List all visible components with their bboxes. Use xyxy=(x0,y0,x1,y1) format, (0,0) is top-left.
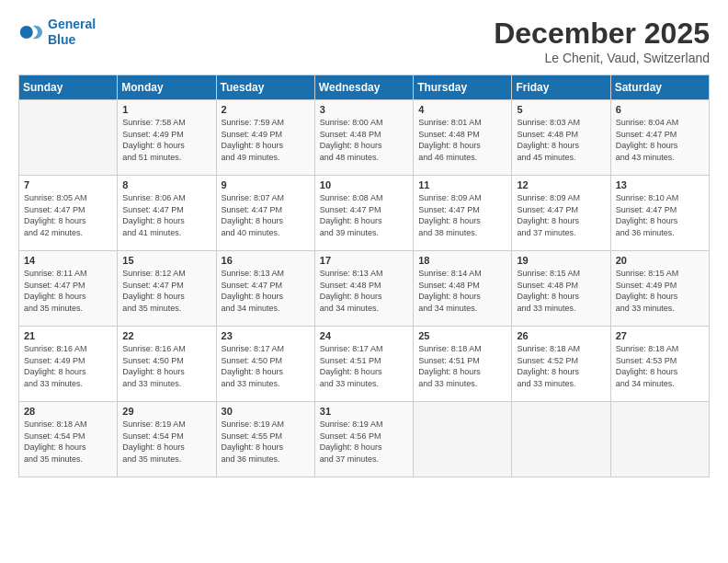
day-number: 4 xyxy=(418,104,506,115)
day-number: 14 xyxy=(24,255,112,266)
day-info: Sunrise: 8:07 AMSunset: 4:47 PMDaylight:… xyxy=(222,192,310,238)
logo: General Blue xyxy=(18,17,96,48)
cell-week4-day1: 29Sunrise: 8:19 AMSunset: 4:54 PMDayligh… xyxy=(118,402,216,477)
day-number: 11 xyxy=(418,179,506,190)
cell-week2-day1: 15Sunrise: 8:12 AMSunset: 4:47 PMDayligh… xyxy=(118,251,216,327)
header-day-sunday: Sunday xyxy=(19,75,118,100)
logo-blue: Blue xyxy=(48,32,75,47)
day-number: 24 xyxy=(320,330,408,341)
day-info: Sunrise: 8:16 AMSunset: 4:50 PMDaylight:… xyxy=(122,343,210,389)
cell-week3-day0: 21Sunrise: 8:16 AMSunset: 4:49 PMDayligh… xyxy=(19,327,118,402)
day-info: Sunrise: 8:19 AMSunset: 4:55 PMDaylight:… xyxy=(222,419,310,465)
day-number: 8 xyxy=(122,179,210,190)
cell-week4-day6 xyxy=(610,402,709,477)
day-info: Sunrise: 8:09 AMSunset: 4:47 PMDaylight:… xyxy=(517,192,605,238)
day-number: 2 xyxy=(222,104,310,115)
cell-week4-day5 xyxy=(512,402,610,477)
day-info: Sunrise: 8:18 AMSunset: 4:51 PMDaylight:… xyxy=(418,343,506,389)
day-info: Sunrise: 8:14 AMSunset: 4:48 PMDaylight:… xyxy=(418,268,506,314)
day-info: Sunrise: 8:18 AMSunset: 4:54 PMDaylight:… xyxy=(24,419,112,465)
day-info: Sunrise: 8:00 AMSunset: 4:48 PMDaylight:… xyxy=(320,117,408,163)
day-number: 1 xyxy=(122,104,210,115)
day-number: 23 xyxy=(222,330,310,341)
cell-week3-day1: 22Sunrise: 8:16 AMSunset: 4:50 PMDayligh… xyxy=(118,327,216,402)
cell-week3-day3: 24Sunrise: 8:17 AMSunset: 4:51 PMDayligh… xyxy=(314,327,413,402)
cell-week3-day4: 25Sunrise: 8:18 AMSunset: 4:51 PMDayligh… xyxy=(414,327,512,402)
day-number: 30 xyxy=(222,406,310,417)
day-number: 6 xyxy=(616,104,704,115)
svg-point-0 xyxy=(20,26,33,39)
header-day-thursday: Thursday xyxy=(414,75,512,100)
day-number: 12 xyxy=(517,179,605,190)
day-info: Sunrise: 8:05 AMSunset: 4:47 PMDaylight:… xyxy=(24,192,112,238)
week-row-0: 1Sunrise: 7:58 AMSunset: 4:49 PMDaylight… xyxy=(19,100,710,176)
day-number: 18 xyxy=(418,255,506,266)
week-row-4: 28Sunrise: 8:18 AMSunset: 4:54 PMDayligh… xyxy=(19,402,710,477)
day-info: Sunrise: 8:17 AMSunset: 4:51 PMDaylight:… xyxy=(320,343,408,389)
header-day-monday: Monday xyxy=(118,75,216,100)
cell-week3-day5: 26Sunrise: 8:18 AMSunset: 4:52 PMDayligh… xyxy=(512,327,610,402)
cell-week2-day0: 14Sunrise: 8:11 AMSunset: 4:47 PMDayligh… xyxy=(19,251,118,327)
week-row-3: 21Sunrise: 8:16 AMSunset: 4:49 PMDayligh… xyxy=(19,327,710,402)
day-info: Sunrise: 8:03 AMSunset: 4:48 PMDaylight:… xyxy=(517,117,605,163)
header-day-saturday: Saturday xyxy=(610,75,709,100)
day-number: 7 xyxy=(24,179,112,190)
day-info: Sunrise: 8:19 AMSunset: 4:56 PMDaylight:… xyxy=(320,419,408,465)
day-number: 31 xyxy=(320,406,408,417)
cell-week1-day3: 10Sunrise: 8:08 AMSunset: 4:47 PMDayligh… xyxy=(314,176,413,251)
day-info: Sunrise: 8:06 AMSunset: 4:47 PMDaylight:… xyxy=(122,192,210,238)
day-info: Sunrise: 8:19 AMSunset: 4:54 PMDaylight:… xyxy=(122,419,210,465)
day-info: Sunrise: 8:13 AMSunset: 4:47 PMDaylight:… xyxy=(222,268,310,314)
subtitle: Le Chenit, Vaud, Switzerland xyxy=(494,51,710,65)
cell-week0-day2: 2Sunrise: 7:59 AMSunset: 4:49 PMDaylight… xyxy=(216,100,314,176)
day-number: 27 xyxy=(616,330,704,341)
cell-week0-day0 xyxy=(19,100,118,176)
day-number: 15 xyxy=(122,255,210,266)
cell-week1-day0: 7Sunrise: 8:05 AMSunset: 4:47 PMDaylight… xyxy=(19,176,118,251)
day-info: Sunrise: 8:11 AMSunset: 4:47 PMDaylight:… xyxy=(24,268,112,314)
day-info: Sunrise: 8:12 AMSunset: 4:47 PMDaylight:… xyxy=(122,268,210,314)
cell-week1-day5: 12Sunrise: 8:09 AMSunset: 4:47 PMDayligh… xyxy=(512,176,610,251)
day-number: 3 xyxy=(320,104,408,115)
cell-week3-day6: 27Sunrise: 8:18 AMSunset: 4:53 PMDayligh… xyxy=(610,327,709,402)
day-number: 22 xyxy=(122,330,210,341)
header: General Blue December 2025 Le Chenit, Va… xyxy=(18,17,710,65)
day-info: Sunrise: 8:17 AMSunset: 4:50 PMDaylight:… xyxy=(222,343,310,389)
day-number: 25 xyxy=(418,330,506,341)
cell-week2-day2: 16Sunrise: 8:13 AMSunset: 4:47 PMDayligh… xyxy=(216,251,314,327)
page: General Blue December 2025 Le Chenit, Va… xyxy=(0,0,728,563)
cell-week4-day0: 28Sunrise: 8:18 AMSunset: 4:54 PMDayligh… xyxy=(19,402,118,477)
day-info: Sunrise: 8:10 AMSunset: 4:47 PMDaylight:… xyxy=(616,192,704,238)
day-number: 13 xyxy=(616,179,704,190)
day-info: Sunrise: 8:13 AMSunset: 4:48 PMDaylight:… xyxy=(320,268,408,314)
logo-general: General xyxy=(48,17,96,31)
cell-week0-day5: 5Sunrise: 8:03 AMSunset: 4:48 PMDaylight… xyxy=(512,100,610,176)
day-info: Sunrise: 7:59 AMSunset: 4:49 PMDaylight:… xyxy=(222,117,310,163)
header-row: SundayMondayTuesdayWednesdayThursdayFrid… xyxy=(19,75,710,100)
day-info: Sunrise: 8:15 AMSunset: 4:48 PMDaylight:… xyxy=(517,268,605,314)
day-number: 28 xyxy=(24,406,112,417)
cell-week1-day1: 8Sunrise: 8:06 AMSunset: 4:47 PMDaylight… xyxy=(118,176,216,251)
cell-week0-day3: 3Sunrise: 8:00 AMSunset: 4:48 PMDaylight… xyxy=(314,100,413,176)
week-row-1: 7Sunrise: 8:05 AMSunset: 4:47 PMDaylight… xyxy=(19,176,710,251)
cell-week2-day3: 17Sunrise: 8:13 AMSunset: 4:48 PMDayligh… xyxy=(314,251,413,327)
main-title: December 2025 xyxy=(494,17,710,51)
day-info: Sunrise: 8:01 AMSunset: 4:48 PMDaylight:… xyxy=(418,117,506,163)
day-number: 20 xyxy=(616,255,704,266)
cell-week2-day4: 18Sunrise: 8:14 AMSunset: 4:48 PMDayligh… xyxy=(414,251,512,327)
day-number: 10 xyxy=(320,179,408,190)
day-number: 16 xyxy=(222,255,310,266)
cell-week1-day2: 9Sunrise: 8:07 AMSunset: 4:47 PMDaylight… xyxy=(216,176,314,251)
cell-week3-day2: 23Sunrise: 8:17 AMSunset: 4:50 PMDayligh… xyxy=(216,327,314,402)
day-number: 26 xyxy=(517,330,605,341)
day-info: Sunrise: 8:18 AMSunset: 4:52 PMDaylight:… xyxy=(517,343,605,389)
day-info: Sunrise: 8:04 AMSunset: 4:47 PMDaylight:… xyxy=(616,117,704,163)
cell-week4-day4 xyxy=(414,402,512,477)
cell-week4-day2: 30Sunrise: 8:19 AMSunset: 4:55 PMDayligh… xyxy=(216,402,314,477)
cell-week4-day3: 31Sunrise: 8:19 AMSunset: 4:56 PMDayligh… xyxy=(314,402,413,477)
day-info: Sunrise: 8:16 AMSunset: 4:49 PMDaylight:… xyxy=(24,343,112,389)
day-number: 21 xyxy=(24,330,112,341)
logo-icon xyxy=(18,19,44,45)
cell-week0-day6: 6Sunrise: 8:04 AMSunset: 4:47 PMDaylight… xyxy=(610,100,709,176)
cell-week0-day1: 1Sunrise: 7:58 AMSunset: 4:49 PMDaylight… xyxy=(118,100,216,176)
